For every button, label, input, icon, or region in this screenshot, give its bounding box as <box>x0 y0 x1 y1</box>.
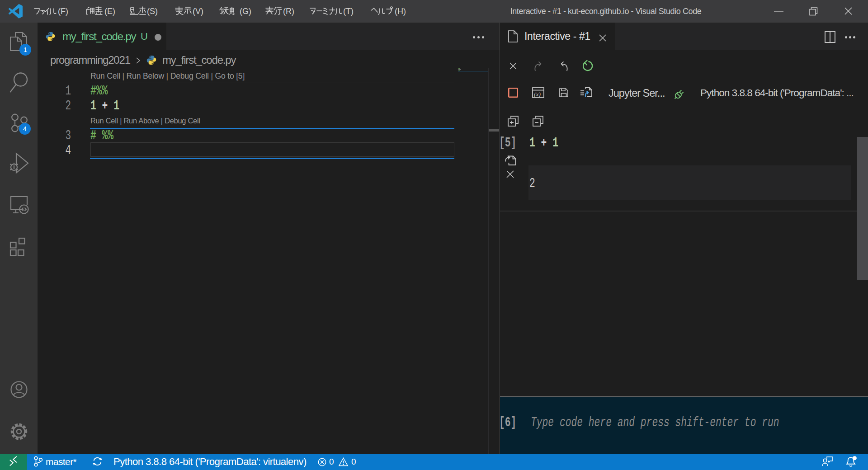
svg-text:(V): (V) <box>193 7 203 16</box>
svg-text:(F): (F) <box>58 7 68 16</box>
svg-text:(T): (T) <box>343 7 354 16</box>
svg-text:(R): (R) <box>283 7 294 16</box>
svg-text:(G): (G) <box>240 7 251 16</box>
svg-text:(H): (H) <box>395 7 406 16</box>
svg-text:(S): (S) <box>147 7 158 16</box>
svg-text:(x): (x) <box>534 91 541 98</box>
svg-text:(E): (E) <box>104 7 115 16</box>
